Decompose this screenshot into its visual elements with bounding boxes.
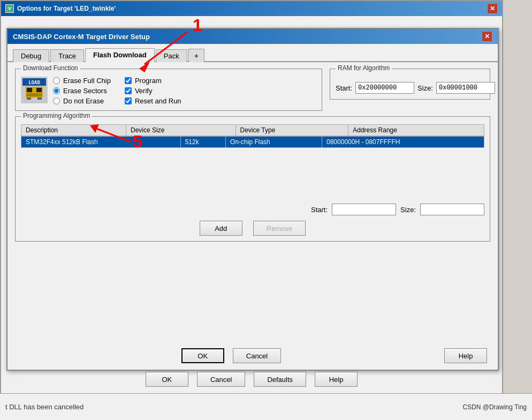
col-device-size: Device Size	[126, 125, 235, 136]
radio-erase-sectors-input[interactable]	[53, 87, 60, 94]
ram-start-label: Start:	[336, 84, 352, 92]
algorithm-table: Description Device Size Device Type Addr…	[21, 124, 484, 136]
dialog-bottom-center: OK Cancel	[181, 348, 281, 363]
download-function-col: Download Function LOAD	[15, 69, 322, 116]
svg-rect-4	[27, 88, 32, 92]
checkbox-verify-input[interactable]	[125, 87, 132, 94]
status-text: t DLL has been cancelled	[5, 403, 83, 411]
tabs-row: Debug Trace Flash Download Pack +	[7, 44, 498, 62]
radio-erase-full-chip-label: Erase Full Chip	[63, 77, 111, 85]
table-row[interactable]: STM32F4xx 512kB Flash 512k On-chip Flash…	[21, 137, 484, 148]
outer-bottom-buttons: OK Cancel Defaults Help	[1, 372, 502, 387]
algorithm-table-header: Description Device Size Device Type Addr…	[21, 125, 484, 136]
tab-trace[interactable]: Trace	[50, 49, 84, 62]
checkbox-reset-and-run[interactable]: Reset and Run	[125, 97, 181, 105]
app-icon: V	[5, 4, 14, 13]
checkbox-program-input[interactable]	[125, 77, 132, 84]
checkbox-reset-and-run-label: Reset and Run	[135, 97, 181, 105]
dialog-bottom: OK Cancel Help	[7, 348, 498, 363]
algorithm-data-table: STM32F4xx 512kB Flash 512k On-chip Flash…	[21, 136, 484, 148]
radio-erase-sectors[interactable]: Erase Sectors	[53, 87, 111, 95]
cell-device-size: 512k	[180, 137, 225, 148]
credit-text: CSDN @Drawing Ting	[462, 403, 527, 411]
bottom-bar: t DLL has been cancelled CSDN @Drawing T…	[0, 393, 532, 420]
download-function-group: Download Function LOAD	[15, 69, 322, 111]
load-icon-svg: LOAD	[21, 77, 47, 103]
radio-do-not-erase-label: Do not Erase	[63, 97, 104, 105]
radio-do-not-erase-input[interactable]	[53, 98, 60, 104]
svg-rect-7	[27, 98, 31, 100]
ram-algorithm-title: RAM for Algorithm	[336, 64, 392, 72]
inner-dialog-title: CMSIS-DAP Cortex-M Target Driver Setup	[13, 33, 150, 41]
remove-button[interactable]: Remove	[253, 221, 306, 236]
programming-algorithm-group: Programming Algorithm Description Device…	[15, 116, 490, 242]
svg-rect-8	[37, 98, 42, 100]
algo-start-input[interactable]	[332, 204, 396, 215]
radio-erase-sectors-label: Erase Sectors	[63, 87, 107, 95]
checkbox-reset-and-run-input[interactable]	[125, 98, 132, 104]
outer-help-button[interactable]: Help	[315, 372, 358, 387]
algo-size-label: Size:	[400, 206, 416, 214]
tab-add-button[interactable]: +	[188, 49, 204, 62]
outer-defaults-button[interactable]: Defaults	[254, 372, 306, 387]
radio-group: Erase Full Chip Erase Sectors Do not Era…	[53, 77, 111, 105]
checkbox-program-label: Program	[135, 77, 162, 85]
col-description: Description	[21, 125, 126, 136]
ram-size-label: Size:	[417, 84, 433, 92]
load-icon: LOAD	[21, 77, 48, 103]
outer-titlebar: V Options for Target 'LED_twinkle' ✕	[1, 1, 502, 16]
outer-close-button[interactable]: ✕	[487, 3, 498, 14]
col-address-range: Address Range	[348, 125, 484, 136]
outer-window-title: Options for Target 'LED_twinkle'	[17, 5, 116, 12]
cell-device-type: On-chip Flash	[226, 137, 322, 148]
radio-do-not-erase[interactable]: Do not Erase	[53, 97, 111, 105]
algo-size-input[interactable]	[420, 204, 484, 215]
cell-description: STM32F4xx 512kB Flash	[21, 137, 181, 148]
inner-dialog: CMSIS-DAP Cortex-M Target Driver Setup ✕…	[6, 28, 499, 371]
radio-erase-full-chip-input[interactable]	[53, 77, 60, 84]
checkbox-verify-label: Verify	[135, 87, 153, 95]
radio-erase-full-chip[interactable]: Erase Full Chip	[53, 77, 111, 85]
cell-address-range: 08000000H - 0807FFFFH	[322, 137, 484, 148]
top-section: Download Function LOAD	[15, 69, 490, 116]
tab-flash-download[interactable]: Flash Download	[85, 48, 155, 62]
checkbox-group: Program Verify Reset and Run	[125, 77, 181, 105]
ram-row: Start: Size:	[336, 82, 484, 94]
algorithm-table-body: STM32F4xx 512kB Flash 512k On-chip Flash…	[21, 136, 484, 200]
ram-algorithm-col: RAM for Algorithm Start: Size:	[330, 69, 490, 116]
svg-rect-5	[36, 88, 42, 92]
outer-window: V Options for Target 'LED_twinkle' ✕ CMS…	[0, 0, 503, 394]
ram-start-input[interactable]	[355, 82, 414, 94]
algo-start-label: Start:	[311, 206, 328, 214]
ram-size-input[interactable]	[436, 82, 495, 94]
add-remove-row: Add Remove	[21, 221, 484, 236]
add-button[interactable]: Add	[200, 221, 242, 236]
inner-close-button[interactable]: ✕	[482, 31, 492, 42]
tab-pack[interactable]: Pack	[156, 49, 187, 62]
checkbox-program[interactable]: Program	[125, 77, 181, 85]
inner-titlebar: CMSIS-DAP Cortex-M Target Driver Setup ✕	[7, 29, 498, 44]
dialog-cancel-button[interactable]: Cancel	[233, 348, 281, 363]
download-function-title: Download Function	[21, 64, 80, 72]
svg-rect-6	[27, 93, 42, 96]
outer-cancel-button[interactable]: Cancel	[197, 372, 245, 387]
download-inner: LOAD	[21, 77, 316, 105]
dialog-ok-button[interactable]: OK	[181, 348, 224, 363]
svg-text:LOAD: LOAD	[28, 80, 40, 85]
ram-algorithm-group: RAM for Algorithm Start: Size:	[330, 69, 490, 100]
content-area: Download Function LOAD	[7, 62, 498, 253]
programming-algorithm-title: Programming Algorithm	[21, 112, 92, 119]
dialog-help-button[interactable]: Help	[444, 348, 487, 363]
checkbox-verify[interactable]: Verify	[125, 87, 181, 95]
tab-debug[interactable]: Debug	[13, 49, 49, 62]
algo-bottom-row: Start: Size:	[21, 204, 484, 215]
outer-ok-button[interactable]: OK	[146, 372, 188, 387]
col-device-type: Device Type	[235, 125, 348, 136]
